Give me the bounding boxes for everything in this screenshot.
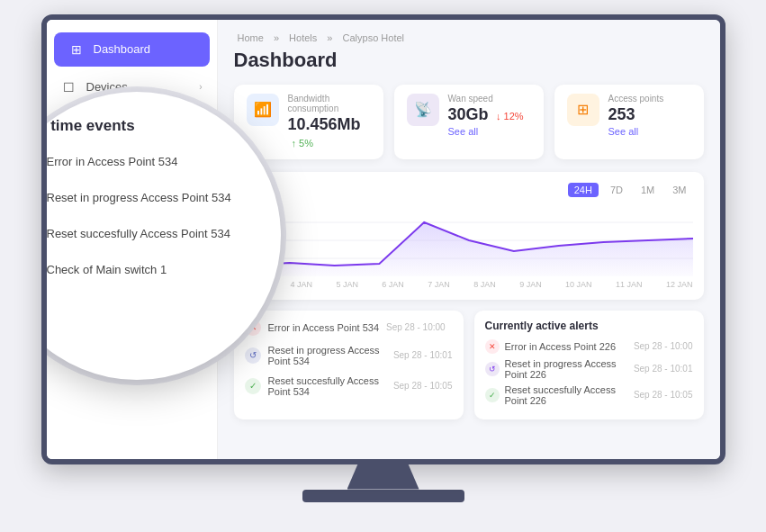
alert-dot-1: ✕ [485,339,500,354]
chart-canvas [245,204,693,276]
bottom-event-text-1: Error in Access Point 534 [268,322,380,333]
breadcrumb-sep1: » [274,32,279,43]
page-title: Dashboard [234,49,704,72]
mag-event-1: ✕ Error in Access Point 534 [41,151,259,173]
access-points-info: Access points 253 See all [608,94,691,137]
breadcrumb-location: Calypso Hotel [343,32,404,43]
alert-item-2: ↺ Reset in progress Access Point 226 Sep… [485,358,693,380]
alert-left-2: ↺ Reset in progress Access Point 226 [485,358,634,380]
chart-label-4: 7 JAN [428,280,450,289]
access-points-value: 253 [608,105,635,123]
bottom-event-time-2: Sep 28 - 10:01 [393,350,453,360]
events-section: ✕ Error in Access Point 534 Sep 28 - 10:… [234,311,464,419]
bandwidth-icon: 📶 [247,94,279,126]
chart-tab-1m[interactable]: 1M [635,183,661,197]
wan-info: Wan speed 30Gb ↓ 12% See all [448,94,531,137]
chart-label-7: 10 JAN [565,280,592,289]
bottom-event-dot-3: ✓ [245,378,261,394]
monitor-base [302,490,464,502]
alert-text-3: Reset succesfully Access Point 226 [505,384,634,406]
wan-value: 30Gb [448,105,489,123]
bottom-event-time-1: Sep 28 - 10:00 [386,322,446,332]
access-points-see-all-link[interactable]: See all [608,126,691,137]
chart-label-2: 5 JAN [336,280,358,289]
alerts-section: Currently active alerts ✕ Error in Acces… [474,311,704,419]
chart-label-9: 12 JAN [666,280,693,289]
chart-labels: 1 JAN 4 JAN 5 JAN 6 JAN 7 JAN 8 JAN 9 JA… [245,280,693,289]
monitor-wrapper: ⊞ Dashboard ☐ Devices › ⊙ Clients ⚿ MAC … [32,14,734,518]
bandwidth-label: Bandwidth consumption [288,94,371,113]
mag-event-2: ↺ Reset in progress Access Point 534 [41,187,259,209]
monitor-stand [347,464,419,490]
chart-tab-7d[interactable]: 7D [604,183,629,197]
chart-label-5: 8 JAN [473,280,496,289]
sidebar-label-dashboard: Dashboard [94,42,151,56]
bottom-event-dot-2: ↺ [245,347,261,364]
mag-event-text-3: Reset succesfully Access Point 534 [47,227,231,240]
breadcrumb: Home » Hotels » Calypso Hotel [234,32,704,43]
mag-event-3: ✓ Reset succesfully Access Point 534 [41,223,259,245]
mag-event-text-2: Reset in progress Access Point 534 [47,191,231,204]
bandwidth-info: Bandwidth consumption 10.456Mb ↑ 5% [288,94,371,150]
alert-text-1: Error in Access Point 226 [505,341,617,352]
stat-card-wan: 📡 Wan speed 30Gb ↓ 12% See all [394,85,544,159]
chart-section: 24H 7D 1M 3M [234,172,704,300]
chart-label-3: 6 JAN [382,280,404,289]
wan-icon: 📡 [407,94,439,126]
chart-label-6: 9 JAN [519,280,542,289]
alert-item-3: ✓ Reset succesfully Access Point 226 Sep… [485,384,693,406]
stat-card-access-points: ⊞ Access points 253 See all [554,85,704,159]
chart-tab-24h[interactable]: 24H [568,183,599,197]
alert-dot-3: ✓ [485,388,500,402]
alerts-title: Currently active alerts [485,320,693,332]
bottom-event-3: ✓ Reset succesfully Access Point 534 Sep… [245,375,453,397]
wan-change: ↓ 12% [496,111,524,122]
stat-card-bandwidth: 📶 Bandwidth consumption 10.456Mb ↑ 5% [234,85,383,159]
sidebar-label-devices: Devices [86,80,128,94]
chart-tab-3m[interactable]: 3M [666,183,692,197]
devices-arrow-icon: › [199,82,202,92]
bottom-event-2: ↺ Reset in progress Access Point 534 Sep… [245,345,453,366]
alert-left-3: ✓ Reset succesfully Access Point 226 [485,384,634,406]
breadcrumb-home: Home [238,32,264,43]
bottom-event-1: ✕ Error in Access Point 534 Sep 28 - 10:… [245,320,453,336]
alert-time-1: Sep 28 - 10:00 [634,341,693,351]
breadcrumb-hotels: Hotels [289,32,317,43]
chart-label-1: 4 JAN [290,280,312,289]
access-points-label: Access points [608,94,691,104]
alert-time-2: Sep 28 - 10:01 [634,364,693,374]
bandwidth-value: 10.456Mb [288,115,361,133]
bottom-event-text-2: Reset in progress Access Point 534 [268,345,386,366]
main-content: Home » Hotels » Calypso Hotel Dashboard … [218,20,720,459]
bottom-event-text-3: Reset succesfully Access Point 534 [268,375,386,397]
alert-left-1: ✕ Error in Access Point 226 [485,339,617,354]
bottom-row: ✕ Error in Access Point 534 Sep 28 - 10:… [234,311,704,419]
bandwidth-change: ↑ 5% [292,138,313,149]
alert-time-3: Sep 28 - 10:05 [634,390,693,400]
wan-label: Wan speed [448,94,531,104]
mag-event-text-1: Error in Access Point 534 [47,155,178,168]
devices-icon: ☐ [61,79,77,95]
monitor-screen: ⊞ Dashboard ☐ Devices › ⊙ Clients ⚿ MAC … [41,14,725,464]
mag-event-text-4: Check of Main switch 1 [47,263,167,276]
alert-dot-2: ↺ [485,362,500,376]
bottom-event-time-3: Sep 28 - 10:05 [393,381,453,391]
alert-item-1: ✕ Error in Access Point 226 Sep 28 - 10:… [485,339,693,354]
alert-text-2: Reset in progress Access Point 226 [505,358,634,380]
dashboard-icon: ⊞ [68,41,85,58]
wan-see-all-link[interactable]: See all [448,126,531,137]
chart-label-8: 11 JAN [616,280,643,289]
access-points-icon: ⊞ [567,94,599,126]
breadcrumb-sep2: » [327,32,332,43]
chart-header: 24H 7D 1M 3M [245,183,693,197]
stat-cards: 📶 Bandwidth consumption 10.456Mb ↑ 5% 📡 [234,85,704,159]
mag-event-4: ↻ Check of Main switch 1 [41,259,259,281]
sidebar-item-dashboard[interactable]: ⊞ Dashboard [54,32,210,67]
